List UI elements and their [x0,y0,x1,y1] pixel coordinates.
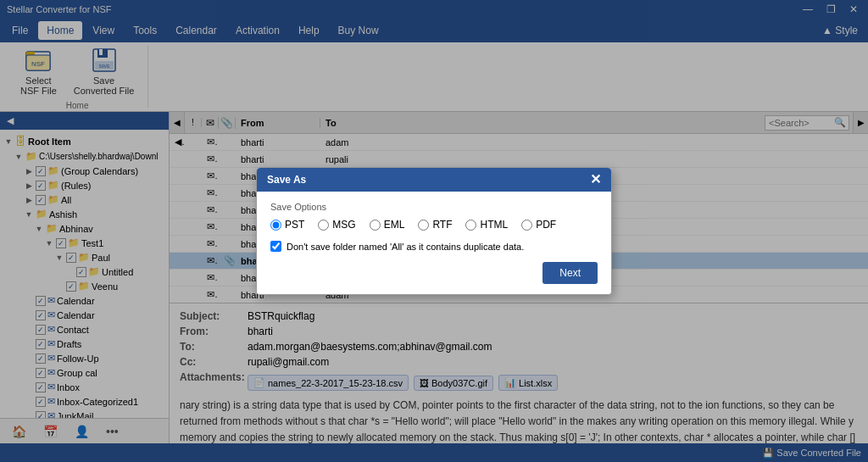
html-radio[interactable] [465,220,476,231]
msg-radio[interactable] [318,220,329,231]
rtf-radio[interactable] [418,220,429,231]
format-pst[interactable]: PST [270,219,304,231]
modal-title-bar: Save As ✕ [257,168,611,192]
format-html[interactable]: HTML [465,219,508,231]
format-eml[interactable]: EML [370,219,405,231]
modal-title: Save As [267,174,306,186]
save-as-dialog: Save As ✕ Save Options PST MSG EML RTF [256,167,612,295]
duplicate-checkbox-label: Don't save folder named 'All' as it cont… [287,242,524,252]
pst-radio[interactable] [270,220,281,231]
save-options-label: Save Options [270,202,598,212]
modal-close-button[interactable]: ✕ [590,173,601,186]
format-radio-group: PST MSG EML RTF HTML PDF [270,219,598,231]
modal-body: Save Options PST MSG EML RTF HTML [257,192,611,294]
duplicate-checkbox-row: Don't save folder named 'All' as it cont… [270,241,598,252]
pdf-radio[interactable] [521,220,532,231]
format-pdf[interactable]: PDF [521,219,556,231]
eml-radio[interactable] [370,220,381,231]
duplicate-checkbox[interactable] [270,241,281,252]
modal-overlay: Save As ✕ Save Options PST MSG EML RTF [0,0,868,462]
format-rtf[interactable]: RTF [418,219,452,231]
format-msg[interactable]: MSG [318,219,355,231]
modal-footer: Next [270,262,598,284]
next-button[interactable]: Next [542,262,598,284]
